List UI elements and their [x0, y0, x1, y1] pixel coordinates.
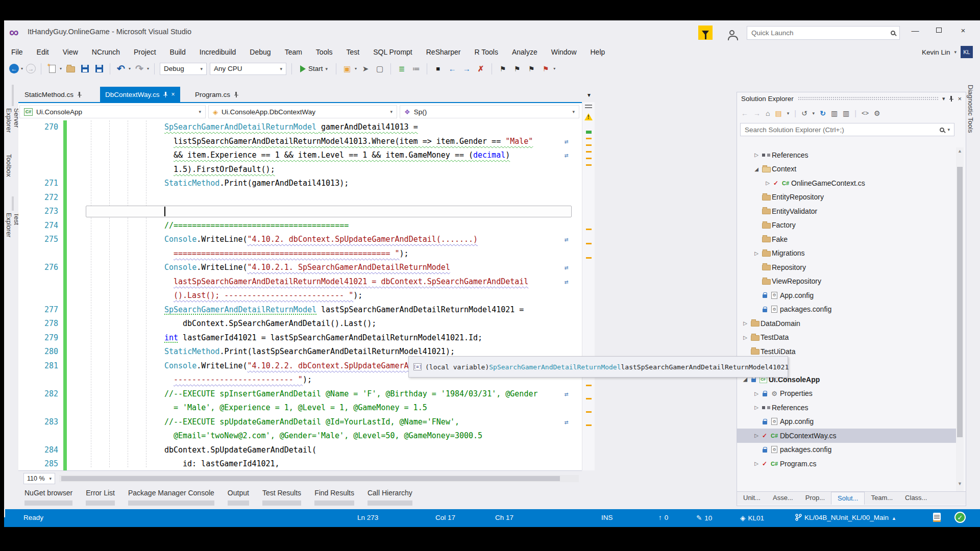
scroll-up-icon[interactable]: ▲: [958, 148, 962, 154]
tree-item-references[interactable]: ▷References: [737, 148, 958, 162]
user-avatar[interactable]: KL: [961, 46, 973, 58]
back-dropdown-icon[interactable]: ▾: [21, 66, 23, 71]
redo-dropdown-icon[interactable]: ▾: [147, 66, 149, 71]
chevron-expanded-icon[interactable]: ◢: [752, 166, 761, 172]
code-line[interactable]: 271StaticMethod.Print(gamerAndDetail4101…: [18, 177, 582, 191]
status-character-number[interactable]: Ch 17: [495, 514, 513, 521]
tree-item-repository[interactable]: Repository: [737, 260, 958, 274]
panel-tab-unit[interactable]: Unit...: [737, 492, 767, 505]
quick-launch-input[interactable]: Quick Launch: [747, 26, 900, 40]
code-line[interactable]: 273: [18, 205, 582, 219]
code-text[interactable]: StaticMethod.Print(gamerAndDetail41013);: [67, 177, 582, 191]
tree-scrollbar[interactable]: ▲ ▼: [956, 147, 964, 499]
collapse-all-icon[interactable]: ▤: [775, 109, 781, 117]
menu-item-project[interactable]: Project: [134, 48, 156, 56]
tree-item-fake[interactable]: Fake: [737, 232, 958, 246]
code-text[interactable]: ().Last(); -------------------------- ")…: [67, 289, 582, 303]
menu-item-file[interactable]: File: [11, 48, 23, 56]
code-line[interactable]: ========================================…: [18, 247, 582, 261]
pending-edits-indicator[interactable]: ✎10: [696, 514, 712, 522]
status-insert-mode[interactable]: INS: [601, 514, 613, 521]
menu-item-incredibuild[interactable]: Incredibuild: [200, 48, 236, 56]
copy-icon[interactable]: ▥: [831, 109, 838, 117]
pin-icon[interactable]: [163, 92, 168, 97]
window-position-dropdown-icon[interactable]: ▾: [942, 95, 945, 102]
code-text[interactable]: @Email='twoNew@2.com', @Gender='Male', @…: [67, 429, 582, 443]
back-icon[interactable]: ←: [741, 109, 748, 117]
bookmark-clear-icon[interactable]: ⚑: [540, 63, 551, 74]
save-button[interactable]: [79, 63, 90, 74]
code-text[interactable]: = 'Male', @Experience = 1, @Level = 1, @…: [67, 401, 582, 415]
code-text[interactable]: 1.5).FirstOrDefault();: [67, 163, 582, 177]
code-line[interactable]: listSpSearchGamerAndDetailReturnModel410…: [18, 135, 582, 149]
tab-dbcontextway-cs[interactable]: DbContextWay.cs×: [100, 87, 180, 102]
code-text[interactable]: lastSpSearchGamerAndDetailReturnModel410…: [67, 275, 582, 289]
bottom-tab-call-hierarchy[interactable]: Call Hierarchy: [368, 489, 412, 506]
cancel-build-icon[interactable]: ✗: [475, 63, 486, 74]
tree-item-migrations[interactable]: ▷Migrations: [737, 246, 958, 261]
code-text[interactable]: //--EXECUTE spInsertGamerAndDetail @Name…: [67, 387, 582, 402]
tree-item-properties[interactable]: ▷⚙Properties: [737, 387, 958, 401]
menu-item-edit[interactable]: Edit: [37, 48, 49, 56]
incoming-commits-indicator[interactable]: ↑0: [658, 514, 668, 521]
pin-icon[interactable]: [949, 96, 953, 102]
tree-item-references[interactable]: ▷References: [737, 400, 958, 415]
code-line[interactable]: 282//--EXECUTE spInsertGamerAndDetail @N…: [18, 387, 582, 402]
menu-item-team[interactable]: Team: [285, 48, 302, 56]
code-text[interactable]: listSpSearchGamerAndDetailReturnModel410…: [67, 135, 582, 149]
menu-item-sql-prompt[interactable]: SQL Prompt: [373, 48, 412, 56]
chevron-collapsed-icon[interactable]: ▷: [752, 251, 761, 256]
scrollbar-marker-column[interactable]: [582, 102, 595, 470]
horizontal-scrollbar[interactable]: [59, 475, 579, 482]
resharper-hint-icon[interactable]: ⇄: [565, 135, 569, 149]
code-line[interactable]: 274//===================================…: [18, 219, 582, 233]
panel-tab-solut[interactable]: Solut...: [831, 492, 865, 505]
solution-explorer-search-input[interactable]: Search Solution Explorer (Ctrl+;) ▾: [740, 123, 954, 136]
menu-item-r-tools[interactable]: R Tools: [474, 48, 498, 56]
code-text[interactable]: id: lastGamerId41021,: [67, 457, 582, 470]
forward-icon[interactable]: →: [753, 109, 761, 117]
feedback-icon[interactable]: [725, 26, 739, 40]
bottom-tab-nuget-browser[interactable]: NuGet browser: [24, 489, 72, 506]
tree-item-app-config[interactable]: ⚙App.config: [737, 288, 958, 303]
status-column-number[interactable]: Col 17: [435, 514, 455, 521]
code-line[interactable]: 279int lastGamerId41021 = lastSpSearchGa…: [18, 331, 582, 345]
code-line[interactable]: 278dbContext.SpSearchGamerAndDetail().La…: [18, 317, 582, 331]
chevron-collapsed-icon[interactable]: ▷: [752, 391, 761, 396]
code-line[interactable]: 275Console.WriteLine("4.10.2. dbContext.…: [18, 233, 582, 247]
branch-indicator[interactable]: KL/04B_NUnit_KL/00_Main▲: [795, 514, 896, 521]
tree-item-datadomain[interactable]: ▷DataDomain: [737, 316, 958, 331]
outdent-button[interactable]: ≔: [410, 63, 422, 74]
task-list-icon[interactable]: [933, 513, 941, 522]
tree-scrollbar-thumb[interactable]: [957, 167, 963, 437]
code-text[interactable]: int lastGamerId41021 = lastSpSearchGamer…: [67, 331, 582, 345]
platform-dropdown[interactable]: Any CPU▾: [210, 63, 286, 75]
code-line[interactable]: 277SpSearchGamerAndDetailReturnModel las…: [18, 303, 582, 317]
resharper-warning-icon[interactable]: [584, 113, 593, 120]
paste-icon[interactable]: ▥: [843, 109, 849, 117]
configuration-dropdown[interactable]: Debug▾: [160, 63, 207, 75]
code-line[interactable]: 284dbContext.SpUpdateGamerAndDetail(: [18, 443, 582, 458]
code-text[interactable]: [67, 205, 582, 219]
bottom-tab-package-manager-console[interactable]: Package Manager Console: [128, 489, 214, 506]
new-file-dropdown-icon[interactable]: ▾: [60, 66, 62, 71]
code-text[interactable]: SpSearchGamerAndDetailReturnModel lastSp…: [67, 303, 582, 317]
chevron-collapsed-icon[interactable]: ▷: [752, 405, 761, 410]
code-line[interactable]: ().Last(); -------------------------- ")…: [18, 289, 582, 303]
pin-icon[interactable]: [234, 92, 238, 97]
ncrunch-filter-icon[interactable]: [698, 26, 713, 40]
undo-button[interactable]: ↶: [115, 63, 127, 74]
code-text[interactable]: SpSearchGamerAndDetailReturnModel gamerA…: [67, 120, 582, 135]
code-text[interactable]: && item.Experience == 1 && item.Level ==…: [67, 148, 582, 163]
user-dropdown-icon[interactable]: ▾: [954, 49, 957, 55]
sidebar-tab-diagnostic-tools[interactable]: Diagnostic Tools: [966, 80, 975, 138]
tree-item-entityrepository[interactable]: EntityRepository: [737, 190, 958, 205]
bottom-tab-output[interactable]: Output: [228, 489, 249, 506]
code-line[interactable]: && item.Experience == 1 && item.Level ==…: [18, 148, 582, 163]
resharper-hint-icon[interactable]: ⇄: [565, 233, 569, 247]
panel-tab-team[interactable]: Team...: [865, 492, 899, 505]
tree-item-onlinegamecontext-cs[interactable]: ▷✓C#OnlineGameContext.cs: [737, 176, 958, 190]
chevron-collapsed-icon[interactable]: ▷: [752, 461, 761, 466]
new-file-button[interactable]: [46, 63, 58, 74]
zoom-level-dropdown[interactable]: 110 %▾: [23, 473, 55, 484]
